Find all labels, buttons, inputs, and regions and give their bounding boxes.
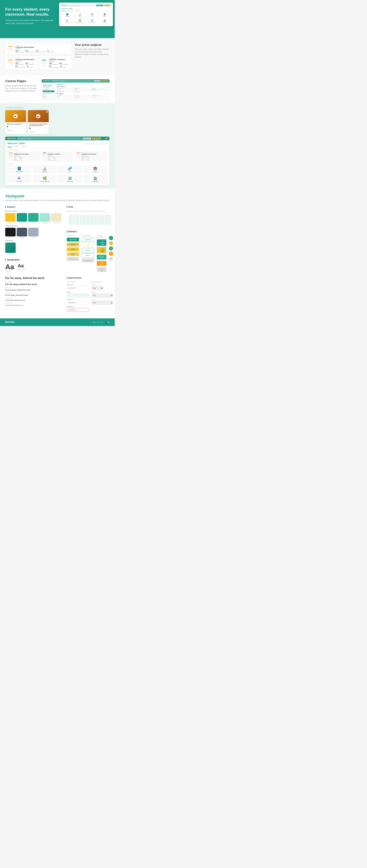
btn-round-1[interactable]: ✓ [109,236,113,240]
laptop-tab-math[interactable]: Mathematiker [67,10,73,11]
dash-search[interactable]: Recherchez vos matières [17,137,82,140]
btn-focus[interactable]: Focus [67,252,79,256]
username-input-2[interactable] [67,301,89,305]
bac-grid: Trigonometry Sine curves Curve sections … [57,95,108,98]
continue-link-physical[interactable]: Continue → [15,48,69,50]
mini-app-search-input[interactable]: Recherchez vos matières [51,80,93,82]
hero-text: For every student, every classroom. Real… [5,7,54,25]
subject-numeric[interactable]: 🌿Numeric Science [33,175,57,184]
sg-col-right: Grid columns: 12 gutters: 46px columns s… [67,206,113,313]
btn-outline-active[interactable]: Active [82,248,94,252]
subject-card-svt[interactable]: 🧬SVT [86,12,98,18]
btn-outline-focus[interactable]: Focus [82,253,94,257]
terminal-es-btn[interactable]: Terminal ES ▼ [83,138,91,140]
dash-continue-math[interactable]: Continue → [82,155,96,156]
course-pages-section: Course Pages Quickly navigate throgh the… [0,75,115,103]
vimeo-icon[interactable]: ▶ [108,321,110,323]
select-chose[interactable]: No [91,293,113,298]
poppins-label: Poppins [5,271,14,273]
laptop-tab-enseignant[interactable]: Enseignant [75,10,80,11]
linkedin-icon[interactable]: in [98,321,100,323]
swatch-green: #8807865 [28,213,38,224]
menu-item-vectors[interactable]: Vectors [43,94,54,96]
menu-item-social[interactable]: Social Communication [43,90,54,92]
subject-physical[interactable]: 🔬Physical [33,165,57,174]
btn-icon-4[interactable]: Ct details again [97,261,106,266]
subject-technology[interactable]: ⚙️Technology [58,175,82,184]
premium-btn[interactable]: Get Premium [92,138,101,140]
swatch-cream-code: #FCFC57 [51,222,61,224]
get-premium-mini-btn[interactable]: Get Premium [101,80,108,82]
menu-item-matrices[interactable]: Matrices [43,96,54,97]
twitter-icon[interactable]: t [96,321,97,323]
subject-mathematics[interactable]: 📘Mathematics [7,165,32,174]
colours-section: Colours MAIN COLOURS #f8C520 #12946f #88… [5,206,61,255]
btn-round-2[interactable]: ✓ [109,241,113,245]
laptop-tab-students[interactable]: Students [61,10,66,11]
get-premium-btn[interactable]: Get Premium [104,5,111,6]
bac-sine: Sine curves [74,95,91,96]
subject-history[interactable]: 📚History [83,165,108,174]
subject-card-chemistry[interactable]: ⚗️Chemistry [61,19,73,24]
btn-approved[interactable]: Approved [67,238,79,242]
play-btn-math[interactable]: ▶ [13,114,18,118]
subject-card-history[interactable]: 📚History [99,12,111,18]
youtube-icon[interactable]: ▶ [94,321,95,323]
continue-link-video[interactable]: Continue → [7,130,13,131]
terminal-btn[interactable]: Terminal ES ▼ [93,80,101,82]
h5-sample: 1g far away, behind the word [5,300,61,301]
user-icon[interactable]: 👤 [102,137,104,140]
menu-item-bac[interactable]: Bac objective [43,89,54,90]
btn-round-3[interactable]: + [109,246,113,250]
subject-philosophy[interactable]: 🏛️Philosophy [83,175,108,184]
course-cards-row: 50% History Continuity and Derivation Co… [5,56,71,70]
instagram-icon[interactable]: 📷 [105,321,107,323]
btn-round-4[interactable]: ★ [109,252,113,256]
activity-count: 46 activities checked [96,143,107,145]
your-active-label: Your active courses [7,149,107,151]
email-input[interactable] [67,293,89,297]
tab-motivation[interactable]: Motivation [14,146,20,148]
btn-outline-approved[interactable]: Approved [82,238,94,242]
continue-link-f[interactable]: Continue → [29,131,36,132]
aa-samples: Aa Poppins Aa Open Sans [5,263,61,273]
btn-active[interactable]: Active [67,247,79,251]
subject-card-philosophy[interactable]: 🏛️Philosophy [99,19,111,24]
subject-card-math[interactable]: 📘Mathematics [61,12,73,18]
tab-engager[interactable]: Engager [22,146,26,148]
continue-link-history[interactable]: Continue → [15,60,35,62]
facebook-icon[interactable]: f [92,321,92,323]
username-input-3[interactable] [67,308,89,312]
btn-icon-1[interactable]: ✓ Ct details again [97,239,106,246]
subject-name-history: History [85,171,106,173]
continue-link-geo[interactable]: Continue → [49,60,69,62]
btn-icon-3[interactable]: Ct details again [97,255,106,259]
select-both[interactable]: No [91,301,113,305]
google-icon[interactable]: g+ [101,321,103,323]
username-input[interactable] [67,286,89,290]
bell-icon[interactable]: 🔔 [105,137,107,140]
subject-svt[interactable]: 🧬SVT [58,165,82,174]
select-normal[interactable]: 5pt [91,286,104,290]
dash-continue-history[interactable]: Continue → [14,155,29,156]
menu-item-continuity[interactable]: Continuity and Derivation [43,92,54,94]
subject-chemistry[interactable]: ⚗️Chemistry [7,175,32,184]
subject-card-numeric[interactable]: 🌿Numeric Science [74,19,86,24]
dash-stats-math-2: 8/10flashcards 1/4exam [82,158,96,161]
btn-outline-hover[interactable]: Hover [82,243,94,247]
menu-item-limits[interactable]: Limit of functions [43,87,54,89]
dash-card-language-info: Language Countries, continents Continue … [48,152,60,161]
pdf-count-f: 📄 10 [44,127,47,129]
hero-subtitle: Online courses of all subjects from 6th … [5,19,54,25]
dash-continue-language[interactable]: Continue → [48,155,60,156]
gradient-label: GRADIENT [5,240,61,242]
dash-card-math-info: Mathematics Continuity and Derivation Co… [82,152,96,161]
play-btn-functions[interactable]: ▶ [36,114,40,118]
tab-subjects[interactable]: Subjects [7,146,12,148]
check-icon: ✓ [98,242,100,243]
subject-card-physical[interactable]: 🔬Physical [74,12,86,18]
btn-hover[interactable]: Hover [67,243,79,246]
laptop-header: MATHRIX Recherchez vos matières Terminal… [60,4,112,7]
btn-icon-2[interactable]: → Ct details again [97,247,106,253]
subject-card-tech[interactable]: ⚙️Technology [86,19,98,24]
